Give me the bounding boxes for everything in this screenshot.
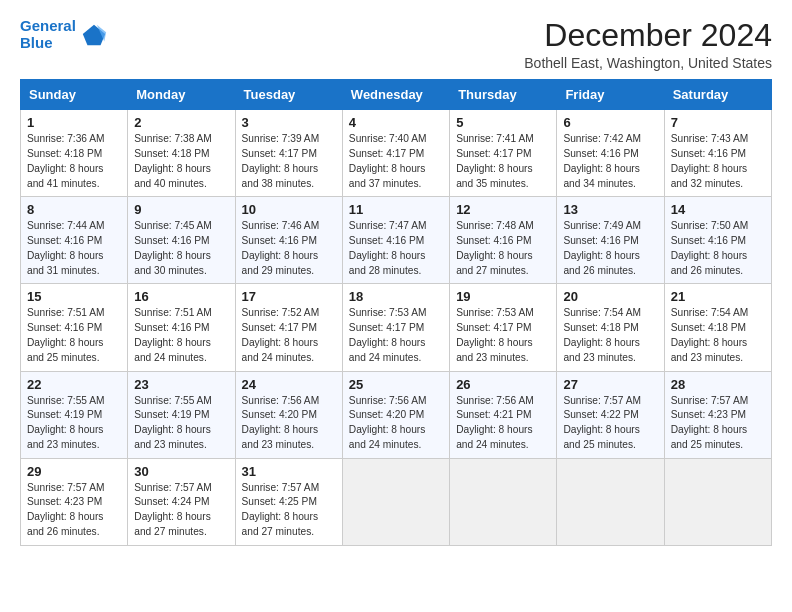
day-info: Sunrise: 7:54 AMSunset: 4:18 PMDaylight:… bbox=[671, 307, 749, 362]
calendar-cell: 17 Sunrise: 7:52 AMSunset: 4:17 PMDaylig… bbox=[235, 284, 342, 371]
calendar-cell: 30 Sunrise: 7:57 AMSunset: 4:24 PMDaylig… bbox=[128, 458, 235, 545]
calendar-cell: 5 Sunrise: 7:41 AMSunset: 4:17 PMDayligh… bbox=[450, 110, 557, 197]
day-number: 1 bbox=[27, 115, 121, 130]
page: GeneralBlue December 2024 Bothell East, … bbox=[0, 0, 792, 558]
day-number: 18 bbox=[349, 289, 443, 304]
calendar-cell: 3 Sunrise: 7:39 AMSunset: 4:17 PMDayligh… bbox=[235, 110, 342, 197]
day-info: Sunrise: 7:55 AMSunset: 4:19 PMDaylight:… bbox=[134, 395, 212, 450]
day-number: 6 bbox=[563, 115, 657, 130]
calendar-cell: 7 Sunrise: 7:43 AMSunset: 4:16 PMDayligh… bbox=[664, 110, 771, 197]
calendar-cell: 13 Sunrise: 7:49 AMSunset: 4:16 PMDaylig… bbox=[557, 197, 664, 284]
day-info: Sunrise: 7:47 AMSunset: 4:16 PMDaylight:… bbox=[349, 220, 427, 275]
calendar-cell: 1 Sunrise: 7:36 AMSunset: 4:18 PMDayligh… bbox=[21, 110, 128, 197]
day-info: Sunrise: 7:57 AMSunset: 4:25 PMDaylight:… bbox=[242, 482, 320, 537]
title-block: December 2024 Bothell East, Washington, … bbox=[524, 18, 772, 71]
calendar-header-row: Sunday Monday Tuesday Wednesday Thursday… bbox=[21, 80, 772, 110]
day-number: 13 bbox=[563, 202, 657, 217]
day-info: Sunrise: 7:57 AMSunset: 4:23 PMDaylight:… bbox=[27, 482, 105, 537]
location: Bothell East, Washington, United States bbox=[524, 55, 772, 71]
calendar-cell: 22 Sunrise: 7:55 AMSunset: 4:19 PMDaylig… bbox=[21, 371, 128, 458]
day-info: Sunrise: 7:56 AMSunset: 4:21 PMDaylight:… bbox=[456, 395, 534, 450]
day-number: 8 bbox=[27, 202, 121, 217]
day-number: 17 bbox=[242, 289, 336, 304]
day-number: 20 bbox=[563, 289, 657, 304]
day-number: 25 bbox=[349, 377, 443, 392]
day-number: 5 bbox=[456, 115, 550, 130]
day-info: Sunrise: 7:57 AMSunset: 4:24 PMDaylight:… bbox=[134, 482, 212, 537]
day-number: 4 bbox=[349, 115, 443, 130]
day-info: Sunrise: 7:53 AMSunset: 4:17 PMDaylight:… bbox=[349, 307, 427, 362]
calendar-cell: 10 Sunrise: 7:46 AMSunset: 4:16 PMDaylig… bbox=[235, 197, 342, 284]
day-info: Sunrise: 7:50 AMSunset: 4:16 PMDaylight:… bbox=[671, 220, 749, 275]
day-info: Sunrise: 7:57 AMSunset: 4:23 PMDaylight:… bbox=[671, 395, 749, 450]
calendar-cell: 6 Sunrise: 7:42 AMSunset: 4:16 PMDayligh… bbox=[557, 110, 664, 197]
calendar-cell: 19 Sunrise: 7:53 AMSunset: 4:17 PMDaylig… bbox=[450, 284, 557, 371]
day-info: Sunrise: 7:43 AMSunset: 4:16 PMDaylight:… bbox=[671, 133, 749, 188]
day-info: Sunrise: 7:54 AMSunset: 4:18 PMDaylight:… bbox=[563, 307, 641, 362]
calendar-cell: 31 Sunrise: 7:57 AMSunset: 4:25 PMDaylig… bbox=[235, 458, 342, 545]
day-number: 27 bbox=[563, 377, 657, 392]
day-number: 19 bbox=[456, 289, 550, 304]
col-friday: Friday bbox=[557, 80, 664, 110]
calendar-cell: 11 Sunrise: 7:47 AMSunset: 4:16 PMDaylig… bbox=[342, 197, 449, 284]
day-number: 28 bbox=[671, 377, 765, 392]
day-number: 30 bbox=[134, 464, 228, 479]
calendar-cell bbox=[342, 458, 449, 545]
calendar-cell: 29 Sunrise: 7:57 AMSunset: 4:23 PMDaylig… bbox=[21, 458, 128, 545]
day-info: Sunrise: 7:40 AMSunset: 4:17 PMDaylight:… bbox=[349, 133, 427, 188]
day-number: 3 bbox=[242, 115, 336, 130]
calendar-cell: 4 Sunrise: 7:40 AMSunset: 4:17 PMDayligh… bbox=[342, 110, 449, 197]
day-info: Sunrise: 7:36 AMSunset: 4:18 PMDaylight:… bbox=[27, 133, 105, 188]
day-info: Sunrise: 7:42 AMSunset: 4:16 PMDaylight:… bbox=[563, 133, 641, 188]
calendar-cell: 16 Sunrise: 7:51 AMSunset: 4:16 PMDaylig… bbox=[128, 284, 235, 371]
day-info: Sunrise: 7:48 AMSunset: 4:16 PMDaylight:… bbox=[456, 220, 534, 275]
calendar-cell: 21 Sunrise: 7:54 AMSunset: 4:18 PMDaylig… bbox=[664, 284, 771, 371]
day-number: 10 bbox=[242, 202, 336, 217]
day-info: Sunrise: 7:38 AMSunset: 4:18 PMDaylight:… bbox=[134, 133, 212, 188]
day-info: Sunrise: 7:51 AMSunset: 4:16 PMDaylight:… bbox=[134, 307, 212, 362]
logo-text: GeneralBlue bbox=[20, 18, 76, 51]
calendar-cell: 23 Sunrise: 7:55 AMSunset: 4:19 PMDaylig… bbox=[128, 371, 235, 458]
calendar-cell: 18 Sunrise: 7:53 AMSunset: 4:17 PMDaylig… bbox=[342, 284, 449, 371]
day-number: 26 bbox=[456, 377, 550, 392]
day-info: Sunrise: 7:57 AMSunset: 4:22 PMDaylight:… bbox=[563, 395, 641, 450]
day-number: 22 bbox=[27, 377, 121, 392]
calendar-cell: 28 Sunrise: 7:57 AMSunset: 4:23 PMDaylig… bbox=[664, 371, 771, 458]
month-title: December 2024 bbox=[524, 18, 772, 53]
calendar-cell bbox=[450, 458, 557, 545]
calendar-week-2: 8 Sunrise: 7:44 AMSunset: 4:16 PMDayligh… bbox=[21, 197, 772, 284]
day-number: 9 bbox=[134, 202, 228, 217]
calendar-week-1: 1 Sunrise: 7:36 AMSunset: 4:18 PMDayligh… bbox=[21, 110, 772, 197]
day-info: Sunrise: 7:41 AMSunset: 4:17 PMDaylight:… bbox=[456, 133, 534, 188]
day-number: 16 bbox=[134, 289, 228, 304]
day-info: Sunrise: 7:56 AMSunset: 4:20 PMDaylight:… bbox=[349, 395, 427, 450]
day-number: 14 bbox=[671, 202, 765, 217]
col-sunday: Sunday bbox=[21, 80, 128, 110]
day-info: Sunrise: 7:53 AMSunset: 4:17 PMDaylight:… bbox=[456, 307, 534, 362]
calendar-cell: 8 Sunrise: 7:44 AMSunset: 4:16 PMDayligh… bbox=[21, 197, 128, 284]
day-number: 29 bbox=[27, 464, 121, 479]
calendar-cell: 26 Sunrise: 7:56 AMSunset: 4:21 PMDaylig… bbox=[450, 371, 557, 458]
day-info: Sunrise: 7:44 AMSunset: 4:16 PMDaylight:… bbox=[27, 220, 105, 275]
day-number: 7 bbox=[671, 115, 765, 130]
calendar-cell bbox=[664, 458, 771, 545]
day-number: 24 bbox=[242, 377, 336, 392]
day-info: Sunrise: 7:39 AMSunset: 4:17 PMDaylight:… bbox=[242, 133, 320, 188]
calendar: Sunday Monday Tuesday Wednesday Thursday… bbox=[20, 79, 772, 546]
day-info: Sunrise: 7:55 AMSunset: 4:19 PMDaylight:… bbox=[27, 395, 105, 450]
day-number: 12 bbox=[456, 202, 550, 217]
day-info: Sunrise: 7:46 AMSunset: 4:16 PMDaylight:… bbox=[242, 220, 320, 275]
calendar-cell: 14 Sunrise: 7:50 AMSunset: 4:16 PMDaylig… bbox=[664, 197, 771, 284]
day-number: 11 bbox=[349, 202, 443, 217]
day-info: Sunrise: 7:51 AMSunset: 4:16 PMDaylight:… bbox=[27, 307, 105, 362]
col-monday: Monday bbox=[128, 80, 235, 110]
calendar-cell: 25 Sunrise: 7:56 AMSunset: 4:20 PMDaylig… bbox=[342, 371, 449, 458]
day-number: 2 bbox=[134, 115, 228, 130]
calendar-cell: 20 Sunrise: 7:54 AMSunset: 4:18 PMDaylig… bbox=[557, 284, 664, 371]
calendar-cell: 15 Sunrise: 7:51 AMSunset: 4:16 PMDaylig… bbox=[21, 284, 128, 371]
logo-icon bbox=[80, 21, 108, 49]
col-wednesday: Wednesday bbox=[342, 80, 449, 110]
day-info: Sunrise: 7:45 AMSunset: 4:16 PMDaylight:… bbox=[134, 220, 212, 275]
day-number: 23 bbox=[134, 377, 228, 392]
col-tuesday: Tuesday bbox=[235, 80, 342, 110]
